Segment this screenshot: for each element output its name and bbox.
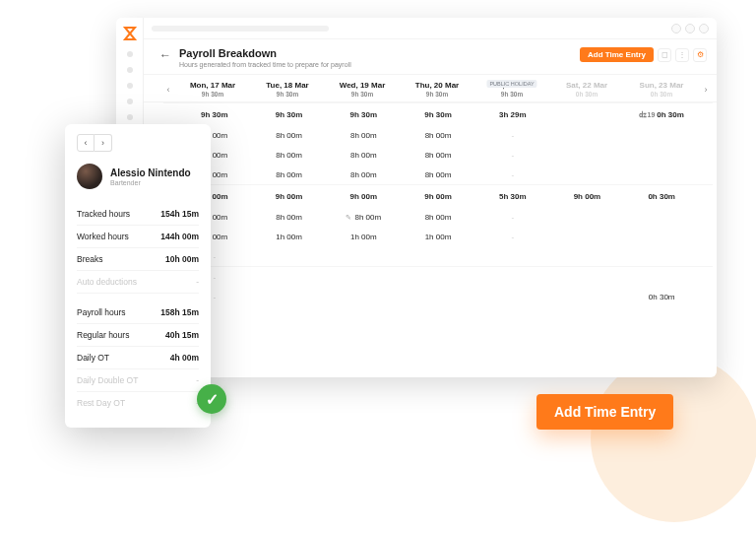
grid-row: 8h 00m8h 00m8h 00m8h 00m- — [163, 165, 713, 184]
summary-key: Tracked hours — [77, 209, 130, 219]
grid-cell[interactable]: 0h 30m — [624, 293, 699, 301]
grid-cell[interactable]: 3h 29m — [475, 110, 550, 119]
day-summary: 9h 30m — [250, 91, 325, 98]
search-placeholder[interactable] — [152, 26, 329, 32]
summary-key: Payroll hours — [77, 307, 126, 317]
day-summary: 9h 30m — [325, 91, 400, 98]
topbar-icon[interactable] — [685, 24, 695, 33]
grid-row: -0h 30m — [163, 287, 713, 306]
grid-cell[interactable]: 8h 00m — [401, 151, 475, 160]
day-label: Thu, 20 Mar — [400, 81, 474, 90]
day-column[interactable]: Wed, 19 Mar9h 30m — [325, 81, 400, 98]
grid-cell[interactable]: - — [475, 170, 550, 179]
grid-cell[interactable]: 1h 00m — [252, 233, 327, 241]
day-summary: 0h 30m — [549, 91, 624, 98]
day-column[interactable]: Mon, 17 Mar9h 30m — [175, 81, 250, 98]
back-arrow-icon[interactable]: ← — [159, 47, 171, 62]
topbar-icon[interactable] — [671, 24, 681, 33]
grid-cell[interactable]: 9h 00m — [326, 192, 401, 201]
summary-key: Auto deductions — [77, 277, 137, 287]
grid-cell[interactable]: 9h 00m — [401, 192, 475, 201]
grid-cell[interactable]: 8h 00m — [252, 213, 327, 222]
grid-cell[interactable]: 8h 00m — [401, 170, 475, 179]
days-header: ‹ Mon, 17 Mar9h 30mTue, 18 Mar9h 30mWed,… — [144, 75, 717, 102]
user-role: Bartender — [110, 179, 191, 186]
avatar — [77, 164, 102, 189]
rail-item[interactable] — [127, 114, 133, 120]
rail-item[interactable] — [127, 99, 133, 104]
rail-item[interactable] — [127, 51, 133, 57]
grid-row: 8h 00m8h 00m8h 00m8h 00m- — [163, 145, 713, 165]
grid-cell[interactable]: 8h 00m — [326, 131, 401, 140]
grid-cell[interactable]: 0h 30m — [624, 192, 699, 201]
grid-cell[interactable]: 8h 00m — [326, 213, 401, 222]
grid-cell[interactable]: 8h 00m — [401, 213, 475, 222]
grid-row: 9h 30m9h 30m9h 30m9h 30m3h 29m0h 30m — [163, 103, 713, 125]
grid-cell[interactable]: 9h 30m — [252, 110, 327, 119]
grid-row: 9h 00m9h 00m9h 00m9h 00m5h 30m9h 00m0h 3… — [163, 185, 713, 207]
grid-cell[interactable]: 8h 00m — [252, 151, 327, 160]
grid-cell[interactable]: - — [475, 151, 550, 160]
grid-cell[interactable]: 9h 30m — [326, 110, 401, 119]
summary-value: 144h 00m — [160, 232, 199, 241]
summary-row: Daily Double OT- — [77, 369, 199, 392]
next-user-button[interactable]: › — [94, 134, 112, 152]
grid-cell[interactable]: 8h 00m — [401, 131, 475, 140]
user-summary-card: ‹ › Alessio Nintendo Bartender Tracked h… — [65, 124, 211, 428]
summary-value: 10h 00m — [165, 254, 199, 264]
summary-key: Regular hours — [77, 330, 129, 340]
topbar-icon[interactable] — [699, 24, 709, 33]
day-column[interactable]: Sat, 22 Mar0h 30m — [549, 81, 624, 98]
day-label: Sat, 22 Mar — [549, 81, 624, 90]
summary-key: Rest Day OT — [77, 398, 125, 408]
add-time-entry-float-button[interactable]: Add Time Entry — [536, 394, 673, 430]
check-badge-icon: ✓ — [197, 384, 226, 414]
summary-row: Rest Day OT- — [77, 392, 199, 414]
grid-cell[interactable]: 8h 00m — [252, 170, 327, 179]
grid-cell[interactable]: - — [475, 213, 550, 222]
summary-row: Breaks10h 00m — [77, 248, 199, 271]
summary-key: Daily Double OT — [77, 375, 138, 385]
grid-cell[interactable]: 9h 00m — [252, 192, 327, 201]
day-label: Tue, 18 Mar — [250, 81, 325, 90]
filter-icon[interactable]: ⋮ — [675, 48, 689, 62]
grid-cell[interactable]: - — [475, 131, 550, 140]
hours-grid: 9h 30m9h 30m9h 30m9h 30m3h 29m0h 30m8h 0… — [144, 102, 717, 377]
summary-row: Tracked hours154h 15m — [77, 203, 199, 226]
day-column[interactable]: Sun, 23 Mar0h 30m — [624, 81, 699, 98]
grid-cell[interactable]: 5h 30m — [475, 192, 550, 201]
prev-week-icon[interactable]: ‹ — [161, 83, 175, 97]
summary-value: - — [196, 375, 199, 385]
settings-icon[interactable]: ⚙ — [693, 48, 707, 62]
next-week-icon[interactable]: › — [699, 83, 713, 97]
day-column[interactable]: Tue, 18 Mar9h 30m — [250, 81, 325, 98]
prev-user-button[interactable]: ‹ — [77, 134, 94, 152]
calendar-icon[interactable]: ◻ — [658, 48, 671, 62]
grid-cell[interactable]: 9h 00m — [550, 192, 625, 201]
grid-cell[interactable]: 9h 30m — [401, 110, 475, 119]
background-blob — [591, 355, 756, 522]
summary-key: Breaks — [77, 254, 102, 264]
grid-cell[interactable]: - — [475, 233, 550, 241]
grid-cell[interactable]: 8h 00m — [326, 151, 401, 160]
day-column[interactable]: PUBLIC HOLIDAYFri, 21 Mar9h 30m — [474, 81, 549, 98]
page-title: Payroll Breakdown — [179, 47, 351, 59]
grid-cell[interactable]: 9h 30m — [177, 110, 252, 119]
rail-item[interactable] — [127, 83, 133, 89]
day-column[interactable]: Thu, 20 Mar9h 30m — [400, 81, 474, 98]
summary-row: Worked hours144h 00m — [77, 226, 199, 248]
grid-cell[interactable]: 1h 00m — [326, 233, 401, 241]
rail-item[interactable] — [127, 67, 133, 73]
summary-row: Payroll hours158h 15m — [77, 301, 199, 324]
logo-icon — [122, 26, 138, 41]
add-time-entry-button[interactable]: Add Time Entry — [580, 47, 654, 62]
day-summary: 9h 30m — [175, 91, 250, 98]
grid-cell[interactable]: 0h 30m — [624, 110, 699, 119]
day-label: Mon, 17 Mar — [175, 81, 250, 90]
grid-cell[interactable]: 1h 00m — [401, 233, 475, 241]
grid-cell[interactable]: 8h 00m — [252, 131, 327, 140]
summary-row: Daily OT4h 00m — [77, 347, 199, 369]
grid-cell[interactable]: 8h 00m — [326, 170, 401, 179]
grid-row: 8h 00m8h 00m8h 00m8h 00m- — [163, 125, 713, 145]
grid-row: - — [163, 246, 713, 266]
